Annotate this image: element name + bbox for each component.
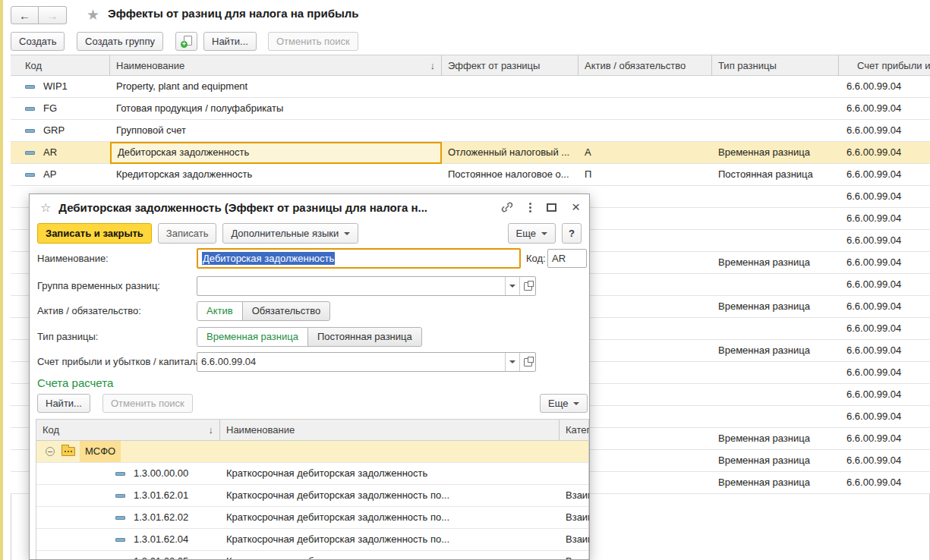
cell-account[interactable]: 6.6.00.99.04	[839, 384, 930, 405]
choose-from-list-button[interactable]	[519, 277, 535, 295]
col-header-category[interactable]: Категори	[560, 420, 590, 440]
cell-account[interactable]: 6.6.00.99.04	[839, 274, 930, 295]
cell-effect[interactable]: Постоянное налоговое о...	[442, 164, 578, 185]
cell-asset-liability[interactable]	[578, 318, 712, 339]
temp-diff-group-combo[interactable]	[197, 276, 536, 296]
cell-asset-liability[interactable]	[578, 362, 712, 383]
col-header-account[interactable]: Счет прибыли и	[839, 55, 930, 76]
cell-code[interactable]: 1.3.00.00.00	[36, 463, 220, 484]
cell-asset-liability[interactable]	[578, 230, 712, 251]
cell-asset-liability[interactable]	[578, 450, 712, 471]
cell-asset-liability[interactable]	[578, 252, 712, 273]
accounts-cancel-search-button[interactable]: Отменить поиск	[102, 394, 193, 413]
list-item[interactable]: 1.3.01.62.05Краткосрочная дебиторская за…	[36, 551, 588, 560]
cell-account[interactable]: 6.6.00.99.04	[839, 340, 930, 361]
cell-asset-liability[interactable]	[578, 472, 712, 493]
dropdown-arrow-icon[interactable]	[505, 277, 519, 295]
permanent-diff-option[interactable]: Постоянная разница	[307, 327, 422, 347]
cell-asset-liability[interactable]: П	[578, 164, 712, 185]
list-item[interactable]: 1.3.00.00.00Краткосрочная дебиторская за…	[36, 463, 588, 485]
cell-asset-liability[interactable]	[578, 384, 712, 405]
cell-diff-type[interactable]: Временная разница	[712, 142, 839, 163]
col-header-effect[interactable]: Эффект от разницы	[442, 55, 578, 76]
cell-code[interactable]: МСФО	[36, 441, 220, 462]
additional-languages-button[interactable]: Дополнительные языки	[222, 223, 358, 244]
cell-effect[interactable]	[442, 76, 578, 97]
cell-effect[interactable]	[442, 120, 578, 141]
find-button[interactable]: Найти...	[203, 32, 257, 51]
cell-account[interactable]: 6.6.00.99.04	[839, 362, 930, 383]
more-dots-icon[interactable]	[529, 203, 531, 212]
cell-diff-type[interactable]	[712, 318, 839, 339]
copy-element-button[interactable]: +	[175, 32, 197, 51]
list-item[interactable]: 1.3.01.62.04Краткосрочная дебиторская за…	[36, 529, 588, 551]
cell-diff-type[interactable]: Временная разница	[712, 340, 839, 361]
cell-asset-liability[interactable]	[578, 340, 712, 361]
table-row[interactable]: GRPГрупповой счет6.6.00.99.04	[11, 120, 930, 142]
cell-category[interactable]: Взаимор	[560, 485, 590, 506]
cell-code[interactable]: AP	[11, 164, 110, 185]
cell-asset-liability[interactable]: А	[578, 142, 712, 163]
cell-code[interactable]: 1.3.01.62.04	[36, 529, 220, 550]
cell-asset-liability[interactable]	[578, 186, 712, 207]
create-group-button[interactable]: Создать группу	[77, 32, 163, 51]
dropdown-arrow-icon[interactable]	[505, 353, 519, 371]
col-header-diff-type[interactable]: Тип разницы	[712, 55, 839, 76]
cell-account[interactable]: 6.6.00.99.04	[839, 252, 930, 273]
maximize-icon[interactable]	[547, 203, 556, 212]
cell-asset-liability[interactable]	[578, 428, 712, 449]
table-row[interactable]: APКредиторская задолженностьПостоянное н…	[11, 164, 930, 186]
temporary-diff-option[interactable]: Временная разница	[197, 327, 308, 347]
table-row[interactable]: FGГотовая продукция / полуфабрикаты6.6.0…	[11, 98, 930, 120]
list-item[interactable]: 1.3.01.62.02Краткосрочная дебиторская за…	[36, 507, 588, 529]
cell-account[interactable]: 6.6.00.99.04	[839, 318, 930, 339]
cell-diff-type[interactable]: Временная разница	[712, 450, 839, 471]
cell-diff-type[interactable]	[712, 362, 839, 383]
cell-code[interactable]: WIP1	[11, 76, 110, 97]
cell-category[interactable]: Взаимор	[560, 551, 590, 560]
cell-diff-type[interactable]	[712, 384, 839, 405]
col-header-code[interactable]: Код	[11, 55, 110, 76]
save-button[interactable]: Записать	[158, 223, 217, 244]
cell-diff-type[interactable]: Временная разница	[712, 428, 839, 449]
favorite-star-icon[interactable]: ★	[87, 6, 99, 24]
accounts-more-button[interactable]: Еще	[540, 394, 588, 413]
pl-account-combo[interactable]: 6.6.00.99.04	[197, 352, 536, 372]
cell-account[interactable]: 6.6.00.99.04	[839, 406, 930, 427]
cell-account[interactable]: 6.6.00.99.04	[839, 142, 930, 163]
cell-asset-liability[interactable]	[578, 208, 712, 229]
cell-name[interactable]: Краткосрочная дебиторская задолженность …	[220, 507, 560, 528]
cell-diff-type[interactable]: Постоянная разница	[712, 164, 839, 185]
cell-diff-type[interactable]: Временная разница	[712, 472, 839, 493]
cell-account[interactable]: 6.6.00.99.04	[839, 450, 930, 471]
cell-name[interactable]: Краткосрочная дебиторская задолженность …	[220, 485, 560, 506]
cell-account[interactable]: 6.6.00.99.04	[839, 120, 930, 141]
col-header-code[interactable]: ↓Код	[36, 420, 220, 440]
cell-name[interactable]: Краткосрочная дебиторская задолженность …	[220, 529, 560, 550]
cancel-search-button[interactable]: Отменить поиск	[268, 32, 358, 51]
cell-code[interactable]: GRP	[11, 120, 110, 141]
name-input[interactable]: Дебиторская задолженность	[197, 248, 521, 269]
accounts-find-button[interactable]: Найти...	[37, 394, 90, 413]
cell-code[interactable]: AR	[11, 142, 110, 163]
cell-account[interactable]: 6.6.00.99.04	[839, 230, 930, 251]
cell-asset-liability[interactable]	[578, 76, 712, 97]
table-row[interactable]: ARДебиторская задолженностьОтложенный на…	[11, 142, 930, 164]
col-header-name[interactable]: Наименование	[220, 420, 560, 440]
save-and-close-button[interactable]: Записать и закрыть	[37, 223, 152, 244]
cell-name[interactable]: Краткосрочная дебиторская задолженность	[220, 463, 560, 484]
help-button[interactable]: ?	[562, 223, 582, 244]
cell-account[interactable]: 6.6.00.99.04	[839, 76, 930, 97]
cell-account[interactable]: 6.6.00.99.04	[839, 186, 930, 207]
list-item[interactable]: 1.3.01.62.01Краткосрочная дебиторская за…	[36, 485, 588, 507]
cell-diff-type[interactable]	[712, 76, 839, 97]
cell-name[interactable]: Property, plant and equipment	[110, 76, 442, 97]
cell-account[interactable]: 6.6.00.99.04	[839, 164, 930, 185]
favorite-star-outline-icon[interactable]: ☆	[40, 200, 51, 215]
asset-option[interactable]: Актив	[197, 301, 243, 321]
list-item[interactable]: МСФО	[36, 441, 588, 463]
cell-code[interactable]: FG	[11, 98, 110, 119]
cell-category[interactable]: Взаимор	[560, 529, 590, 550]
cell-diff-type[interactable]: Временная разница	[712, 252, 839, 273]
cell-diff-type[interactable]: Временная разница	[712, 296, 839, 317]
